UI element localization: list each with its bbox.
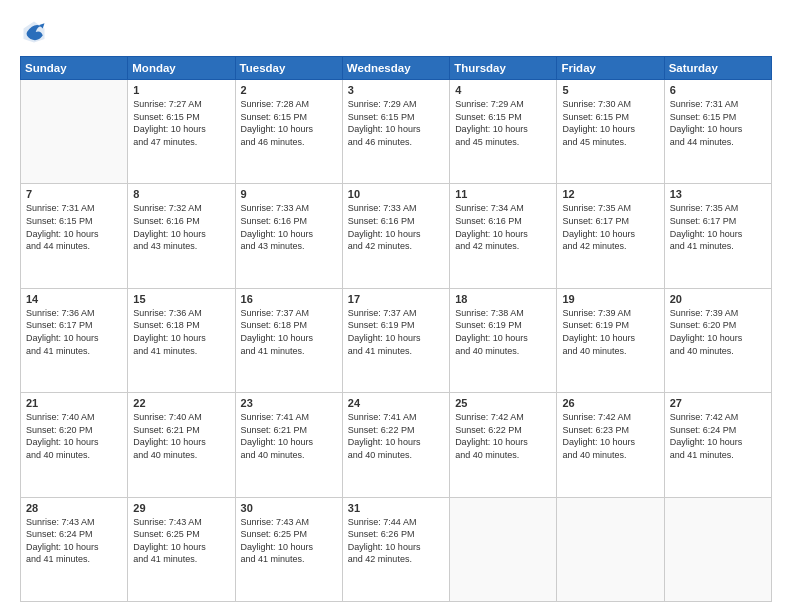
day-number: 19 [562, 293, 658, 305]
calendar-cell: 13Sunrise: 7:35 AMSunset: 6:17 PMDayligh… [664, 184, 771, 288]
calendar-week-2: 7Sunrise: 7:31 AMSunset: 6:15 PMDaylight… [21, 184, 772, 288]
calendar-cell [21, 80, 128, 184]
cell-info: Sunrise: 7:40 AMSunset: 6:21 PMDaylight:… [133, 411, 229, 461]
cell-info: Sunrise: 7:41 AMSunset: 6:21 PMDaylight:… [241, 411, 337, 461]
cell-info: Sunrise: 7:39 AMSunset: 6:20 PMDaylight:… [670, 307, 766, 357]
cell-info: Sunrise: 7:36 AMSunset: 6:18 PMDaylight:… [133, 307, 229, 357]
calendar-cell: 14Sunrise: 7:36 AMSunset: 6:17 PMDayligh… [21, 288, 128, 392]
cell-info: Sunrise: 7:42 AMSunset: 6:23 PMDaylight:… [562, 411, 658, 461]
cell-info: Sunrise: 7:43 AMSunset: 6:24 PMDaylight:… [26, 516, 122, 566]
day-number: 29 [133, 502, 229, 514]
calendar-cell: 27Sunrise: 7:42 AMSunset: 6:24 PMDayligh… [664, 393, 771, 497]
calendar-cell: 18Sunrise: 7:38 AMSunset: 6:19 PMDayligh… [450, 288, 557, 392]
calendar-table: SundayMondayTuesdayWednesdayThursdayFrid… [20, 56, 772, 602]
cell-info: Sunrise: 7:34 AMSunset: 6:16 PMDaylight:… [455, 202, 551, 252]
calendar-cell: 11Sunrise: 7:34 AMSunset: 6:16 PMDayligh… [450, 184, 557, 288]
calendar-header-row: SundayMondayTuesdayWednesdayThursdayFrid… [21, 57, 772, 80]
calendar-cell: 1Sunrise: 7:27 AMSunset: 6:15 PMDaylight… [128, 80, 235, 184]
calendar-header-wednesday: Wednesday [342, 57, 449, 80]
calendar-header-tuesday: Tuesday [235, 57, 342, 80]
calendar-week-3: 14Sunrise: 7:36 AMSunset: 6:17 PMDayligh… [21, 288, 772, 392]
calendar-cell: 19Sunrise: 7:39 AMSunset: 6:19 PMDayligh… [557, 288, 664, 392]
calendar-cell: 20Sunrise: 7:39 AMSunset: 6:20 PMDayligh… [664, 288, 771, 392]
calendar-cell: 23Sunrise: 7:41 AMSunset: 6:21 PMDayligh… [235, 393, 342, 497]
calendar-cell: 3Sunrise: 7:29 AMSunset: 6:15 PMDaylight… [342, 80, 449, 184]
calendar-cell: 15Sunrise: 7:36 AMSunset: 6:18 PMDayligh… [128, 288, 235, 392]
calendar-cell: 17Sunrise: 7:37 AMSunset: 6:19 PMDayligh… [342, 288, 449, 392]
cell-info: Sunrise: 7:29 AMSunset: 6:15 PMDaylight:… [455, 98, 551, 148]
calendar-cell: 22Sunrise: 7:40 AMSunset: 6:21 PMDayligh… [128, 393, 235, 497]
calendar-header-sunday: Sunday [21, 57, 128, 80]
cell-info: Sunrise: 7:30 AMSunset: 6:15 PMDaylight:… [562, 98, 658, 148]
calendar-cell: 30Sunrise: 7:43 AMSunset: 6:25 PMDayligh… [235, 497, 342, 601]
day-number: 18 [455, 293, 551, 305]
calendar-header-friday: Friday [557, 57, 664, 80]
calendar-cell: 5Sunrise: 7:30 AMSunset: 6:15 PMDaylight… [557, 80, 664, 184]
calendar-week-1: 1Sunrise: 7:27 AMSunset: 6:15 PMDaylight… [21, 80, 772, 184]
cell-info: Sunrise: 7:42 AMSunset: 6:22 PMDaylight:… [455, 411, 551, 461]
calendar-cell: 4Sunrise: 7:29 AMSunset: 6:15 PMDaylight… [450, 80, 557, 184]
calendar-cell [450, 497, 557, 601]
day-number: 8 [133, 188, 229, 200]
day-number: 26 [562, 397, 658, 409]
calendar-cell: 21Sunrise: 7:40 AMSunset: 6:20 PMDayligh… [21, 393, 128, 497]
day-number: 12 [562, 188, 658, 200]
logo [20, 18, 52, 46]
cell-info: Sunrise: 7:31 AMSunset: 6:15 PMDaylight:… [26, 202, 122, 252]
day-number: 30 [241, 502, 337, 514]
calendar-cell: 9Sunrise: 7:33 AMSunset: 6:16 PMDaylight… [235, 184, 342, 288]
day-number: 11 [455, 188, 551, 200]
cell-info: Sunrise: 7:28 AMSunset: 6:15 PMDaylight:… [241, 98, 337, 148]
calendar-cell: 7Sunrise: 7:31 AMSunset: 6:15 PMDaylight… [21, 184, 128, 288]
calendar-cell: 28Sunrise: 7:43 AMSunset: 6:24 PMDayligh… [21, 497, 128, 601]
logo-icon [20, 18, 48, 46]
day-number: 3 [348, 84, 444, 96]
cell-info: Sunrise: 7:40 AMSunset: 6:20 PMDaylight:… [26, 411, 122, 461]
cell-info: Sunrise: 7:41 AMSunset: 6:22 PMDaylight:… [348, 411, 444, 461]
cell-info: Sunrise: 7:32 AMSunset: 6:16 PMDaylight:… [133, 202, 229, 252]
day-number: 2 [241, 84, 337, 96]
day-number: 31 [348, 502, 444, 514]
day-number: 24 [348, 397, 444, 409]
cell-info: Sunrise: 7:36 AMSunset: 6:17 PMDaylight:… [26, 307, 122, 357]
day-number: 7 [26, 188, 122, 200]
cell-info: Sunrise: 7:38 AMSunset: 6:19 PMDaylight:… [455, 307, 551, 357]
day-number: 4 [455, 84, 551, 96]
day-number: 9 [241, 188, 337, 200]
calendar-cell: 24Sunrise: 7:41 AMSunset: 6:22 PMDayligh… [342, 393, 449, 497]
cell-info: Sunrise: 7:35 AMSunset: 6:17 PMDaylight:… [670, 202, 766, 252]
day-number: 20 [670, 293, 766, 305]
day-number: 16 [241, 293, 337, 305]
header [20, 18, 772, 46]
cell-info: Sunrise: 7:42 AMSunset: 6:24 PMDaylight:… [670, 411, 766, 461]
cell-info: Sunrise: 7:31 AMSunset: 6:15 PMDaylight:… [670, 98, 766, 148]
day-number: 5 [562, 84, 658, 96]
day-number: 15 [133, 293, 229, 305]
calendar-cell: 29Sunrise: 7:43 AMSunset: 6:25 PMDayligh… [128, 497, 235, 601]
day-number: 28 [26, 502, 122, 514]
cell-info: Sunrise: 7:39 AMSunset: 6:19 PMDaylight:… [562, 307, 658, 357]
cell-info: Sunrise: 7:33 AMSunset: 6:16 PMDaylight:… [241, 202, 337, 252]
cell-info: Sunrise: 7:37 AMSunset: 6:19 PMDaylight:… [348, 307, 444, 357]
calendar-cell [557, 497, 664, 601]
calendar-header-monday: Monday [128, 57, 235, 80]
calendar-cell [664, 497, 771, 601]
day-number: 10 [348, 188, 444, 200]
calendar-cell: 31Sunrise: 7:44 AMSunset: 6:26 PMDayligh… [342, 497, 449, 601]
day-number: 6 [670, 84, 766, 96]
day-number: 1 [133, 84, 229, 96]
day-number: 17 [348, 293, 444, 305]
calendar-cell: 10Sunrise: 7:33 AMSunset: 6:16 PMDayligh… [342, 184, 449, 288]
cell-info: Sunrise: 7:44 AMSunset: 6:26 PMDaylight:… [348, 516, 444, 566]
day-number: 23 [241, 397, 337, 409]
cell-info: Sunrise: 7:37 AMSunset: 6:18 PMDaylight:… [241, 307, 337, 357]
calendar-cell: 8Sunrise: 7:32 AMSunset: 6:16 PMDaylight… [128, 184, 235, 288]
cell-info: Sunrise: 7:35 AMSunset: 6:17 PMDaylight:… [562, 202, 658, 252]
cell-info: Sunrise: 7:43 AMSunset: 6:25 PMDaylight:… [241, 516, 337, 566]
calendar-cell: 25Sunrise: 7:42 AMSunset: 6:22 PMDayligh… [450, 393, 557, 497]
cell-info: Sunrise: 7:29 AMSunset: 6:15 PMDaylight:… [348, 98, 444, 148]
calendar-cell: 16Sunrise: 7:37 AMSunset: 6:18 PMDayligh… [235, 288, 342, 392]
calendar-cell: 26Sunrise: 7:42 AMSunset: 6:23 PMDayligh… [557, 393, 664, 497]
page: SundayMondayTuesdayWednesdayThursdayFrid… [0, 0, 792, 612]
day-number: 27 [670, 397, 766, 409]
